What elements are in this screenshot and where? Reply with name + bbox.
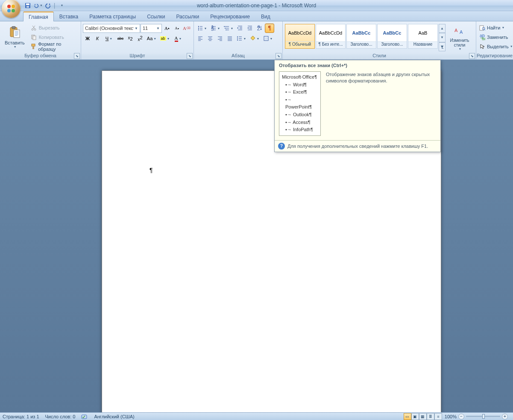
svg-point-18 [198,29,199,30]
font-name-combo[interactable]: Calibri (Основной текст)▼ [83,24,140,33]
undo-button[interactable]: ▼ [33,1,43,10]
zoom-slider[interactable] [466,416,500,417]
view-draft[interactable]: ≡ [434,413,442,420]
group-paragraph-label: Абзац [232,53,245,58]
justify-button[interactable] [225,34,235,43]
strike-icon: abc [117,36,124,41]
qat-customize-button[interactable]: ▼ [57,1,66,10]
sort-button[interactable]: AZ [255,23,264,33]
svg-text:A: A [460,29,463,35]
svg-text:Z: Z [257,26,260,31]
save-button[interactable] [23,1,32,10]
zoom-level[interactable]: 100% [445,414,457,419]
paragraph-launcher[interactable]: ⬊ [276,53,281,59]
redo-button[interactable] [44,1,53,10]
tab-references[interactable]: Ссылки [141,12,170,21]
gallery-row-up[interactable]: ▲ [439,24,446,33]
view-print-layout[interactable]: ▭ [404,413,411,420]
style-normal[interactable]: AaBbCcDd¶ Обычный [285,24,315,49]
align-left-button[interactable] [196,34,205,43]
paste-button[interactable]: Вставить ▼ [2,22,28,51]
format-painter-button[interactable]: Формат по образцу [29,42,78,51]
align-center-button[interactable] [205,34,215,43]
status-proofing[interactable] [81,414,88,420]
style-no-spacing[interactable]: AaBbCcDd¶ Без инте... [316,24,346,49]
tab-insert[interactable]: Вставка [54,12,84,21]
show-marks-button[interactable]: ¶ [265,23,274,33]
align-right-button[interactable] [215,34,225,43]
copy-button[interactable]: Копировать [29,32,78,41]
shading-icon [250,35,256,41]
clear-formatting-button[interactable]: A⌫ [182,23,191,33]
highlight-button[interactable]: ab▼ [158,34,171,43]
italic-button[interactable]: К [93,34,102,43]
style-heading2[interactable]: AaBbCcЗаголово... [377,24,407,49]
change-styles-icon: AA [453,23,466,37]
find-button[interactable]: Найти▼ [478,23,513,32]
subscript-button[interactable]: x2 [126,34,135,43]
svg-point-3 [12,9,15,12]
multilevel-list-button[interactable]: ▼ [222,23,235,33]
group-editing-label: Редактирование [477,53,513,58]
clipboard-launcher[interactable]: ⬊ [74,53,80,59]
font-size-combo[interactable]: 11▼ [141,24,162,33]
svg-point-1 [12,5,15,8]
svg-rect-13 [33,36,36,40]
font-color-button[interactable]: A▼ [172,34,185,43]
indent-icon [247,25,253,31]
shading-button[interactable]: ▼ [248,34,261,43]
zoom-thumb[interactable] [482,414,485,419]
replace-button[interactable]: abacЗаменить [478,32,513,41]
numbering-button[interactable]: 123▼ [209,23,222,33]
help-icon: ? [278,143,285,150]
tab-review[interactable]: Рецензирование [205,12,255,21]
zoom-in-button[interactable]: + [502,414,508,420]
superscript-button[interactable]: x2 [135,34,145,43]
replace-icon: abac [479,34,485,40]
case-icon: Aa [147,36,152,41]
tab-mailings[interactable]: Рассылки [170,12,205,21]
view-full-screen[interactable]: ▣ [411,413,419,420]
multilevel-icon [224,25,230,31]
status-page[interactable]: Страница: 1 из 1 [3,414,39,419]
line-spacing-button[interactable]: ▼ [235,34,248,43]
view-outline[interactable]: ≣ [427,413,434,420]
ribbon-tabs: Главная Вставка Разметка страницы Ссылки… [0,11,513,21]
zoom-out-button[interactable]: − [458,414,464,420]
svg-point-0 [7,5,11,8]
bullets-button[interactable]: ▼ [196,23,208,33]
change-case-button[interactable]: Aa▼ [145,34,158,43]
status-words[interactable]: Число слов: 0 [45,414,76,419]
underline-button[interactable]: Ч▼ [103,34,115,43]
strikethrough-button[interactable]: abc [116,34,125,43]
style-title[interactable]: АаВНазвание [408,24,438,49]
tooltip-description: Отображение знаков абзацев и других скры… [326,71,436,136]
change-styles-button[interactable]: AA Изменить стили ▼ [446,22,473,51]
svg-point-23 [225,28,226,29]
svg-text:3: 3 [211,26,214,31]
replace-label: Заменить [487,35,508,40]
cursor-paragraph-mark: ¶ [150,167,153,173]
shrink-font-button[interactable]: A▾ [172,23,182,33]
font-launcher[interactable]: ⬊ [187,53,193,59]
tab-home[interactable]: Главная [23,12,54,21]
increase-indent-button[interactable] [245,23,255,33]
tab-view[interactable]: Вид [255,12,276,21]
grow-font-button[interactable]: A▴ [162,23,172,33]
cut-button[interactable]: Вырезать [29,23,78,32]
borders-button[interactable]: ▼ [261,34,274,43]
view-web-layout[interactable]: ▦ [419,413,427,420]
status-language[interactable]: Английский (США) [94,414,134,419]
styles-launcher[interactable]: ⬊ [469,53,475,59]
italic-icon: К [96,36,99,41]
svg-rect-6 [26,6,29,8]
style-heading1[interactable]: AaBbCcЗаголово... [346,24,376,49]
bold-button[interactable]: Ж [83,34,92,43]
tooltip-help-text: Для получения дополнительных сведений на… [287,144,428,149]
select-button[interactable]: Выделить▼ [478,42,513,51]
office-button[interactable] [2,0,21,18]
decrease-indent-button[interactable] [235,23,245,33]
tab-page-layout[interactable]: Разметка страницы [84,12,141,21]
gallery-row-down[interactable]: ▼ [439,33,446,42]
gallery-expand[interactable]: ▼̲ [439,42,446,51]
